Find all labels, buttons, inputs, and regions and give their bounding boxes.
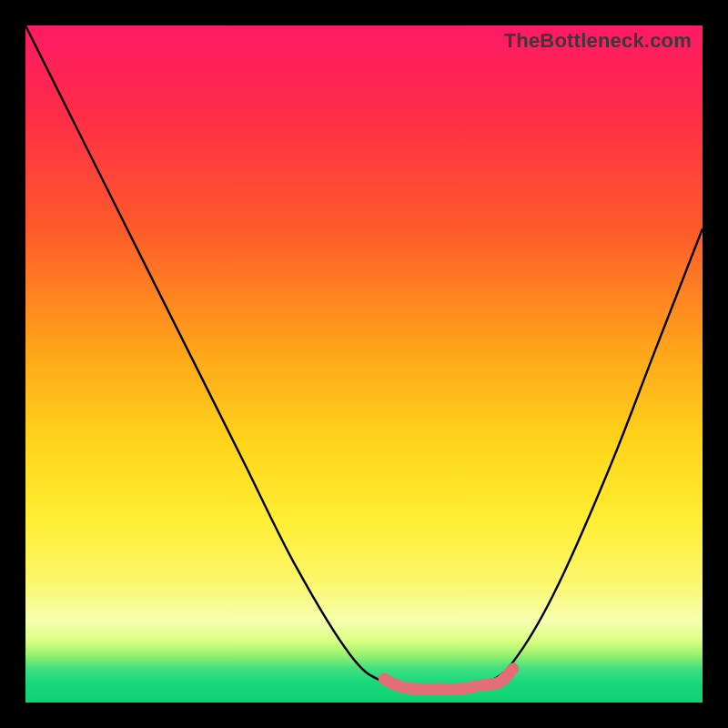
valley-curve-path [25, 25, 703, 690]
plot-area: TheBottleneck.com [25, 25, 703, 703]
chart-svg [25, 25, 703, 703]
floor-marker-path [384, 669, 512, 690]
chart-frame: TheBottleneck.com [0, 0, 728, 728]
